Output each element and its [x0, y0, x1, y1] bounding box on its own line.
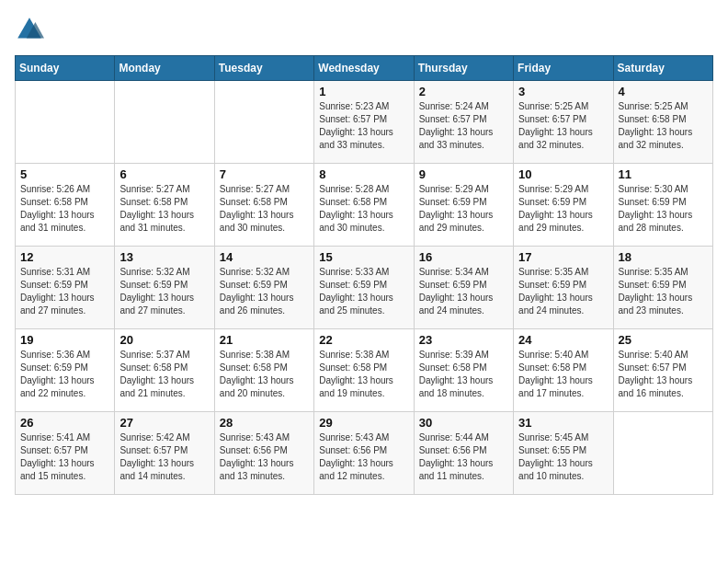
- day-info: Sunrise: 5:40 AM Sunset: 6:57 PM Dayligh…: [619, 349, 708, 400]
- calendar-cell: [16, 81, 115, 164]
- calendar-cell: 8Sunrise: 5:28 AM Sunset: 6:58 PM Daylig…: [314, 164, 414, 247]
- day-info: Sunrise: 5:30 AM Sunset: 6:59 PM Dayligh…: [619, 183, 708, 235]
- calendar-cell: [214, 81, 313, 164]
- day-number: 24: [518, 333, 608, 347]
- day-number: 18: [619, 250, 708, 264]
- calendar-cell: 19Sunrise: 5:36 AM Sunset: 6:59 PM Dayli…: [16, 329, 115, 412]
- day-number: 4: [619, 85, 708, 98]
- calendar-cell: 25Sunrise: 5:40 AM Sunset: 6:57 PM Dayli…: [613, 329, 712, 412]
- logo: [15, 15, 48, 44]
- calendar-cell: 20Sunrise: 5:37 AM Sunset: 6:58 PM Dayli…: [115, 329, 214, 412]
- day-info: Sunrise: 5:31 AM Sunset: 6:59 PM Dayligh…: [20, 266, 109, 317]
- weekday-header: Monday: [115, 56, 214, 81]
- day-number: 3: [518, 85, 608, 98]
- calendar-cell: 24Sunrise: 5:40 AM Sunset: 6:58 PM Dayli…: [514, 329, 613, 412]
- calendar-cell: [613, 412, 712, 495]
- weekday-header: Sunday: [16, 56, 115, 81]
- day-number: 30: [419, 416, 508, 430]
- day-number: 6: [119, 167, 209, 181]
- calendar-cell: 15Sunrise: 5:33 AM Sunset: 6:59 PM Dayli…: [314, 247, 414, 329]
- day-number: 20: [119, 333, 209, 347]
- day-info: Sunrise: 5:35 AM Sunset: 6:59 PM Dayligh…: [619, 266, 708, 317]
- day-info: Sunrise: 5:33 AM Sunset: 6:59 PM Dayligh…: [319, 266, 408, 317]
- calendar-cell: 29Sunrise: 5:43 AM Sunset: 6:56 PM Dayli…: [314, 412, 414, 495]
- calendar-cell: 27Sunrise: 5:42 AM Sunset: 6:57 PM Dayli…: [115, 412, 214, 495]
- day-info: Sunrise: 5:44 AM Sunset: 6:56 PM Dayligh…: [419, 431, 508, 483]
- calendar-week-row: 19Sunrise: 5:36 AM Sunset: 6:59 PM Dayli…: [16, 329, 713, 412]
- calendar-week-row: 26Sunrise: 5:41 AM Sunset: 6:57 PM Dayli…: [16, 412, 713, 495]
- calendar-cell: 6Sunrise: 5:27 AM Sunset: 6:58 PM Daylig…: [115, 164, 214, 247]
- day-info: Sunrise: 5:32 AM Sunset: 6:59 PM Dayligh…: [119, 266, 209, 317]
- day-number: 7: [220, 167, 309, 181]
- calendar-cell: 1Sunrise: 5:23 AM Sunset: 6:57 PM Daylig…: [314, 81, 414, 164]
- calendar-cell: 11Sunrise: 5:30 AM Sunset: 6:59 PM Dayli…: [613, 164, 712, 247]
- day-info: Sunrise: 5:34 AM Sunset: 6:59 PM Dayligh…: [419, 266, 508, 317]
- calendar-cell: 30Sunrise: 5:44 AM Sunset: 6:56 PM Dayli…: [414, 412, 513, 495]
- day-number: 14: [220, 250, 309, 264]
- day-number: 26: [20, 416, 109, 430]
- calendar-cell: 28Sunrise: 5:43 AM Sunset: 6:56 PM Dayli…: [214, 412, 313, 495]
- day-info: Sunrise: 5:28 AM Sunset: 6:58 PM Dayligh…: [319, 183, 408, 235]
- day-info: Sunrise: 5:29 AM Sunset: 6:59 PM Dayligh…: [419, 183, 508, 235]
- calendar-cell: 21Sunrise: 5:38 AM Sunset: 6:58 PM Dayli…: [214, 329, 313, 412]
- calendar-cell: 4Sunrise: 5:25 AM Sunset: 6:58 PM Daylig…: [613, 81, 712, 164]
- day-info: Sunrise: 5:38 AM Sunset: 6:58 PM Dayligh…: [220, 349, 309, 400]
- calendar-cell: 7Sunrise: 5:27 AM Sunset: 6:58 PM Daylig…: [214, 164, 313, 247]
- day-number: 5: [20, 167, 109, 181]
- calendar-cell: 10Sunrise: 5:29 AM Sunset: 6:59 PM Dayli…: [514, 164, 613, 247]
- logo-icon: [15, 15, 44, 44]
- page-header: [15, 15, 713, 44]
- calendar-cell: 16Sunrise: 5:34 AM Sunset: 6:59 PM Dayli…: [414, 247, 513, 329]
- calendar-cell: 12Sunrise: 5:31 AM Sunset: 6:59 PM Dayli…: [16, 247, 115, 329]
- day-info: Sunrise: 5:40 AM Sunset: 6:58 PM Dayligh…: [518, 349, 608, 400]
- weekday-header: Thursday: [414, 56, 513, 81]
- day-number: 31: [518, 416, 608, 430]
- day-number: 10: [518, 167, 608, 181]
- weekday-header: Friday: [514, 56, 613, 81]
- day-info: Sunrise: 5:43 AM Sunset: 6:56 PM Dayligh…: [319, 431, 408, 483]
- day-number: 8: [319, 167, 408, 181]
- day-info: Sunrise: 5:43 AM Sunset: 6:56 PM Dayligh…: [220, 431, 309, 483]
- day-number: 23: [419, 333, 508, 347]
- calendar-cell: 23Sunrise: 5:39 AM Sunset: 6:58 PM Dayli…: [414, 329, 513, 412]
- day-info: Sunrise: 5:41 AM Sunset: 6:57 PM Dayligh…: [20, 431, 109, 483]
- day-info: Sunrise: 5:45 AM Sunset: 6:55 PM Dayligh…: [518, 431, 608, 483]
- calendar-cell: 9Sunrise: 5:29 AM Sunset: 6:59 PM Daylig…: [414, 164, 513, 247]
- weekday-header: Saturday: [613, 56, 712, 81]
- day-info: Sunrise: 5:39 AM Sunset: 6:58 PM Dayligh…: [419, 349, 508, 400]
- calendar-cell: 3Sunrise: 5:25 AM Sunset: 6:57 PM Daylig…: [514, 81, 613, 164]
- calendar-week-row: 1Sunrise: 5:23 AM Sunset: 6:57 PM Daylig…: [16, 81, 713, 164]
- day-number: 28: [220, 416, 309, 430]
- day-number: 22: [319, 333, 408, 347]
- calendar-cell: 18Sunrise: 5:35 AM Sunset: 6:59 PM Dayli…: [613, 247, 712, 329]
- day-info: Sunrise: 5:27 AM Sunset: 6:58 PM Dayligh…: [220, 183, 309, 235]
- calendar-table: SundayMondayTuesdayWednesdayThursdayFrid…: [15, 55, 713, 495]
- day-info: Sunrise: 5:27 AM Sunset: 6:58 PM Dayligh…: [119, 183, 209, 235]
- day-info: Sunrise: 5:37 AM Sunset: 6:58 PM Dayligh…: [119, 349, 209, 400]
- calendar-cell: 2Sunrise: 5:24 AM Sunset: 6:57 PM Daylig…: [414, 81, 513, 164]
- calendar-cell: 22Sunrise: 5:38 AM Sunset: 6:58 PM Dayli…: [314, 329, 414, 412]
- calendar-cell: 14Sunrise: 5:32 AM Sunset: 6:59 PM Dayli…: [214, 247, 313, 329]
- day-number: 17: [518, 250, 608, 264]
- day-info: Sunrise: 5:36 AM Sunset: 6:59 PM Dayligh…: [20, 349, 109, 400]
- day-info: Sunrise: 5:25 AM Sunset: 6:57 PM Dayligh…: [518, 100, 608, 152]
- day-number: 19: [20, 333, 109, 347]
- calendar-cell: 5Sunrise: 5:26 AM Sunset: 6:58 PM Daylig…: [16, 164, 115, 247]
- day-info: Sunrise: 5:29 AM Sunset: 6:59 PM Dayligh…: [518, 183, 608, 235]
- calendar-week-row: 12Sunrise: 5:31 AM Sunset: 6:59 PM Dayli…: [16, 247, 713, 329]
- calendar-header-row: SundayMondayTuesdayWednesdayThursdayFrid…: [16, 56, 713, 81]
- day-info: Sunrise: 5:38 AM Sunset: 6:58 PM Dayligh…: [319, 349, 408, 400]
- day-number: 13: [119, 250, 209, 264]
- calendar-cell: 31Sunrise: 5:45 AM Sunset: 6:55 PM Dayli…: [514, 412, 613, 495]
- day-info: Sunrise: 5:25 AM Sunset: 6:58 PM Dayligh…: [619, 100, 708, 152]
- day-number: 29: [319, 416, 408, 430]
- calendar-cell: [115, 81, 214, 164]
- weekday-header: Wednesday: [314, 56, 414, 81]
- calendar-week-row: 5Sunrise: 5:26 AM Sunset: 6:58 PM Daylig…: [16, 164, 713, 247]
- day-number: 27: [119, 416, 209, 430]
- calendar-cell: 13Sunrise: 5:32 AM Sunset: 6:59 PM Dayli…: [115, 247, 214, 329]
- day-info: Sunrise: 5:23 AM Sunset: 6:57 PM Dayligh…: [319, 100, 408, 152]
- day-number: 15: [319, 250, 408, 264]
- day-info: Sunrise: 5:35 AM Sunset: 6:59 PM Dayligh…: [518, 266, 608, 317]
- day-number: 11: [619, 167, 708, 181]
